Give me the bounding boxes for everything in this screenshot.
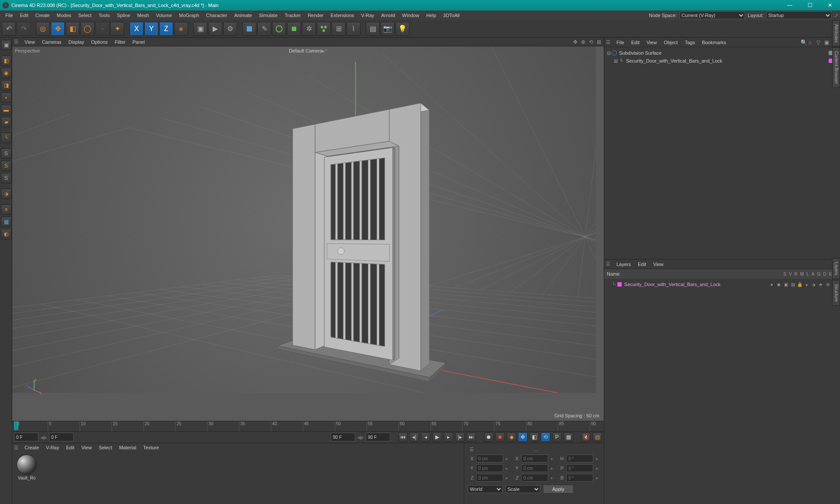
menu-create[interactable]: Create	[32, 10, 53, 20]
mat-menu-edit[interactable]: Edit	[63, 445, 78, 450]
layer-expr-toggle[interactable]: ⚙	[825, 282, 830, 287]
transform-mode-select[interactable]: Scale	[505, 485, 540, 493]
layout-lock-icon[interactable]: ⤢	[834, 13, 838, 18]
layer-menu-edit[interactable]: Edit	[634, 262, 650, 267]
layer-deform-toggle[interactable]: ⬘	[818, 282, 823, 287]
tl-goto-end-button[interactable]: ⏭	[466, 432, 476, 442]
axis-mode-button[interactable]: └	[1, 133, 11, 143]
material-list[interactable]: Vault_Ro	[12, 452, 464, 504]
menu-extensions[interactable]: Extensions	[327, 10, 357, 20]
layer-gen-toggle[interactable]: ⬗	[811, 282, 816, 287]
render-settings-button[interactable]: ⚙	[223, 22, 237, 36]
obj-menu-object[interactable]: Object	[660, 40, 681, 45]
obj-menu-bookmarks[interactable]: Bookmarks	[698, 40, 729, 45]
tl-loopstart-field[interactable]	[49, 433, 74, 441]
expander-icon[interactable]: ⊟	[606, 50, 611, 56]
menu-modes[interactable]: Modes	[53, 10, 75, 20]
camera-button[interactable]: 📷	[381, 22, 395, 36]
vp-menu-options[interactable]: Options	[88, 39, 111, 45]
layer-lock-toggle[interactable]: 🔒	[797, 282, 802, 287]
menu-mesh[interactable]: Mesh	[134, 10, 153, 20]
layer-row[interactable]: └ Security_Door_with_Vertical_Bars_and_L…	[604, 280, 840, 288]
tree-label[interactable]: Subdivision Surface	[619, 50, 829, 56]
tl-key-pla-button[interactable]: ▦	[564, 432, 573, 442]
tl-autokey-button[interactable]: ⏺	[495, 432, 505, 442]
vp-menu-filter[interactable]: Filter	[111, 39, 129, 45]
point-mode-button[interactable]: ▪	[1, 92, 11, 103]
nodespace-select[interactable]: Current (V-Ray)	[679, 11, 745, 19]
tl-sound-button[interactable]: 🔇	[581, 432, 591, 442]
tl-loopend-field[interactable]	[331, 433, 355, 441]
mat-menu-texture[interactable]: Texture	[140, 445, 162, 450]
object-tree[interactable]: ⊟ Subdivision Surface ⊞ └ Security_Door_…	[604, 47, 840, 259]
vp-menu-panel[interactable]: Panel	[129, 39, 148, 45]
side-tab-attributes[interactable]: Attributes	[832, 20, 840, 46]
axis-x-button[interactable]: X	[130, 22, 144, 36]
menu-help[interactable]: Help	[423, 10, 440, 20]
light-button[interactable]: 💡	[396, 22, 410, 36]
tl-next-key-button[interactable]: |▸	[455, 432, 465, 442]
layer-solo-toggle[interactable]: ●	[769, 282, 774, 287]
mat-menu-create[interactable]: Create	[21, 445, 42, 450]
obj-filter-icon[interactable]: ▽	[816, 39, 822, 46]
vp-menu-view[interactable]: View	[21, 39, 38, 45]
make-editable-button[interactable]: ▣	[1, 40, 11, 50]
apply-button[interactable]: Apply	[543, 485, 574, 494]
layer-manager-toggle[interactable]: ▤	[790, 282, 795, 287]
subdiv-button[interactable]	[272, 22, 286, 36]
menu-mograph[interactable]: MoGraph	[175, 10, 203, 20]
obj-menu-file[interactable]: File	[613, 40, 628, 45]
layer-list[interactable]: └ Security_Door_with_Vertical_Bars_and_L…	[604, 279, 840, 290]
spline-pen-button[interactable]: ✎	[257, 22, 271, 36]
normal-button[interactable]: ◐	[1, 229, 11, 239]
viewport-canvas[interactable]	[12, 46, 596, 393]
material-item[interactable]: Vault_Ro	[15, 455, 38, 480]
floor-button[interactable]: ▤	[366, 22, 380, 36]
volume-button[interactable]: ✲	[302, 22, 316, 36]
tree-row-subdivision[interactable]: ⊟ Subdivision Surface	[604, 49, 840, 57]
vp-menu-display[interactable]: Display	[65, 39, 88, 45]
vp-move-icon[interactable]: ✥	[572, 39, 578, 45]
tl-key-rot-button[interactable]: ⟲	[541, 432, 550, 442]
vp-zoom-icon[interactable]: ⊕	[580, 39, 586, 45]
scale-button[interactable]: ◧	[66, 22, 80, 36]
layer-view-toggle[interactable]: ◙	[776, 282, 781, 287]
extrude-button[interactable]	[287, 22, 301, 36]
vp-burger-icon[interactable]: ☰	[14, 39, 18, 45]
mat-menu-material[interactable]: Material	[116, 445, 140, 450]
vp-menu-cameras[interactable]: Cameras	[38, 39, 65, 45]
render-view-button[interactable]: ▣	[193, 22, 207, 36]
poly-mode-button[interactable]: ▰	[1, 117, 11, 127]
space-select[interactable]: World	[468, 485, 503, 493]
scale-z-field[interactable]	[521, 474, 548, 482]
obj-menu-view[interactable]: View	[643, 40, 661, 45]
scale-y-field[interactable]	[521, 464, 548, 472]
menu-edit[interactable]: Edit	[17, 10, 32, 20]
layer-name[interactable]: Security_Door_with_Vertical_Bars_and_Loc…	[624, 282, 769, 287]
rot-p-field[interactable]	[566, 464, 593, 472]
menu-tracker[interactable]: Tracker	[281, 10, 304, 20]
menu-simulate[interactable]: Simulate	[256, 10, 281, 20]
tl-end-field[interactable]	[366, 433, 390, 441]
viewport-solo-button[interactable]: S	[1, 148, 11, 159]
side-tab-structure[interactable]: Structure	[832, 280, 840, 306]
maximize-button[interactable]: ☐	[800, 0, 820, 10]
menu-window[interactable]: Window	[399, 10, 423, 20]
snap-enable-button[interactable]: S	[1, 161, 11, 171]
rot-b-field[interactable]	[566, 474, 593, 482]
obj-eye-icon[interactable]: ▣	[824, 39, 830, 46]
tl-goto-start-button[interactable]: ⏮	[398, 432, 408, 442]
tl-start-field[interactable]	[14, 433, 38, 441]
side-tab-content[interactable]: Content Browser	[832, 47, 840, 88]
obj-burger-icon[interactable]: ☰	[606, 39, 610, 45]
menu-character[interactable]: Character	[203, 10, 231, 20]
menu-volume[interactable]: Volume	[153, 10, 176, 20]
menu-vray[interactable]: V-Ray	[357, 10, 378, 20]
rot-h-field[interactable]	[566, 455, 593, 462]
snap-settings-button[interactable]: S	[1, 173, 11, 183]
render-pv-button[interactable]: ▶	[208, 22, 222, 36]
model-mode-button[interactable]: ◧	[1, 56, 11, 66]
undo-button[interactable]: ↶	[2, 22, 16, 36]
obj-menu-edit[interactable]: Edit	[628, 40, 643, 45]
timeline-ruler[interactable]: 051015202530354045505560657075808590	[12, 421, 604, 432]
